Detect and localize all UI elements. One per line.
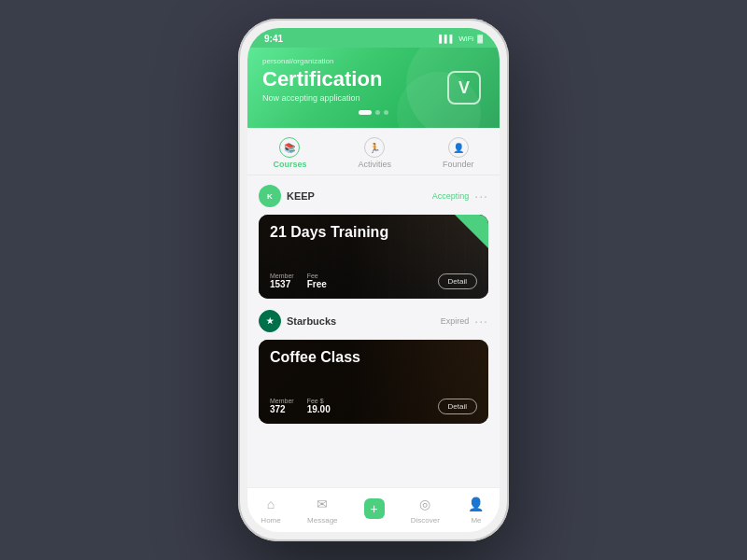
keep-course-card[interactable]: 21 Days Training Member 1537 Fee Free De…	[259, 215, 488, 299]
starbucks-more-icon[interactable]: ···	[474, 314, 488, 329]
starbucks-name: Starbucks	[287, 315, 336, 327]
starbucks-course-content: Coffee Class Member 372 Fee $ 19.00 Deta…	[259, 340, 488, 424]
discover-icon: ◎	[415, 494, 435, 514]
keep-fee-value: Free	[307, 279, 327, 289]
home-label: Home	[261, 516, 280, 525]
keep-member-count: Member 1537	[270, 273, 294, 289]
tab-activities-label: Activities	[358, 160, 391, 169]
message-label: Message	[307, 516, 337, 525]
nav-home[interactable]: ⌂ Home	[261, 494, 281, 525]
keep-member-value: 1537	[270, 279, 294, 289]
keep-fee: Fee Free	[307, 273, 327, 289]
starbucks-course-meta: Member 372 Fee $ 19.00 Detail	[270, 398, 477, 414]
org-header-keep: K KEEP Accepting ···	[259, 185, 488, 207]
hero-v-badge: V	[447, 71, 481, 105]
nav-message[interactable]: ✉ Message	[307, 494, 337, 525]
add-icon: +	[364, 498, 385, 519]
discover-label: Discover	[411, 516, 440, 525]
org-section-starbucks: ★ Starbucks Expired ··· Coffee Class	[259, 310, 488, 424]
starbucks-fee-label: Fee $	[307, 398, 331, 404]
starbucks-fee-value: 19.00	[307, 404, 331, 414]
org-right-starbucks: Expired ···	[441, 314, 488, 329]
starbucks-detail-button[interactable]: Detail	[438, 399, 477, 414]
dot-2	[375, 110, 380, 115]
org-right-keep: Accepting ···	[432, 189, 488, 203]
founder-icon: 👤	[448, 137, 469, 158]
keep-more-icon[interactable]: ···	[474, 189, 488, 203]
starbucks-member-label: Member	[270, 398, 294, 404]
status-time: 9:41	[264, 34, 283, 44]
content-area: K KEEP Accepting ··· 21 Days Training	[247, 175, 500, 487]
tab-activities[interactable]: 🏃 Activities	[358, 137, 391, 169]
me-icon: 👤	[466, 494, 486, 514]
keep-course-meta: Member 1537 Fee Free Detail	[270, 273, 477, 289]
nav-me[interactable]: 👤 Me	[466, 494, 486, 525]
corner-ribbon	[455, 215, 488, 248]
hero-banner[interactable]: personal/organization Certification Now …	[247, 48, 500, 128]
hero-org-label: personal/organization	[262, 57, 485, 65]
tab-nav: 📚 Courses 🏃 Activities 👤 Founder	[247, 128, 500, 175]
org-header-starbucks: ★ Starbucks Expired ···	[259, 310, 488, 332]
wifi-icon: WiFi	[458, 35, 473, 43]
status-icons: ▌▌▌ WiFi ▓	[439, 35, 483, 43]
starbucks-course-card[interactable]: Coffee Class Member 372 Fee $ 19.00 Deta…	[259, 340, 488, 424]
starbucks-fee: Fee $ 19.00	[307, 398, 331, 414]
starbucks-course-title: Coffee Class	[270, 349, 477, 366]
me-label: Me	[471, 516, 481, 525]
keep-status: Accepting	[432, 191, 470, 201]
bottom-nav: ⌂ Home ✉ Message + ◎ Discover 👤 Me	[247, 487, 500, 532]
keep-member-label: Member	[270, 273, 294, 279]
keep-detail-button[interactable]: Detail	[438, 273, 477, 289]
dot-1	[359, 110, 372, 115]
tab-founder-label: Founder	[443, 160, 474, 169]
keep-avatar: K	[259, 185, 281, 207]
tab-founder[interactable]: 👤 Founder	[443, 137, 474, 169]
starbucks-status: Expired	[441, 316, 470, 326]
starbucks-member-count: Member 372	[270, 398, 294, 414]
starbucks-member-value: 372	[270, 404, 294, 414]
signal-icon: ▌▌▌	[439, 35, 455, 43]
phone-screen: 9:41 ▌▌▌ WiFi ▓ personal/organization Ce…	[247, 28, 500, 532]
keep-name: KEEP	[287, 190, 315, 202]
status-bar: 9:41 ▌▌▌ WiFi ▓	[247, 28, 500, 48]
message-icon: ✉	[312, 494, 332, 514]
nav-add[interactable]: +	[364, 498, 385, 521]
org-left-starbucks: ★ Starbucks	[259, 310, 336, 332]
keep-fee-label: Fee	[307, 273, 327, 279]
starbucks-avatar: ★	[259, 310, 281, 332]
org-left-keep: K KEEP	[259, 185, 315, 207]
keep-course-title: 21 Days Training	[270, 224, 477, 241]
org-section-keep: K KEEP Accepting ··· 21 Days Training	[259, 185, 488, 299]
activities-icon: 🏃	[364, 137, 385, 158]
courses-icon: 📚	[279, 137, 300, 158]
phone-frame: 9:41 ▌▌▌ WiFi ▓ personal/organization Ce…	[238, 19, 509, 541]
dot-3	[384, 110, 388, 115]
home-icon: ⌂	[261, 494, 281, 514]
nav-discover[interactable]: ◎ Discover	[411, 494, 440, 525]
tab-courses[interactable]: 📚 Courses	[273, 137, 306, 169]
battery-icon: ▓	[477, 35, 483, 43]
hero-pagination	[262, 110, 485, 115]
tab-courses-label: Courses	[273, 160, 306, 169]
